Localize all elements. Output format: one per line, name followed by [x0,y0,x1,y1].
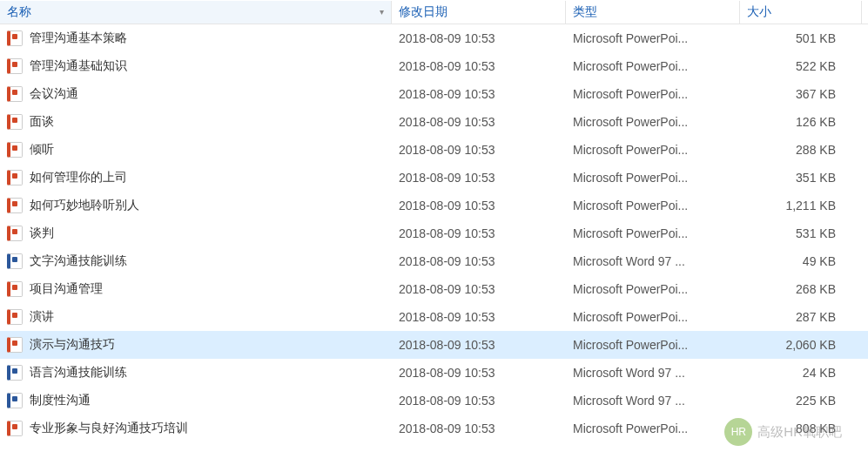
file-size-cell: 808 KB [740,421,862,435]
powerpoint-file-icon [7,226,23,241]
column-header-type[interactable]: 类型 [566,1,740,24]
file-date-cell: 2018-08-09 10:53 [392,226,566,240]
file-row[interactable]: 会议沟通2018-08-09 10:53Microsoft PowerPoi..… [0,80,868,108]
file-type-cell: Microsoft PowerPoi... [566,31,740,45]
file-date-cell: 2018-08-09 10:53 [392,421,566,435]
file-size-cell: 2,060 KB [740,338,862,352]
file-name-label: 管理沟通基础知识 [30,58,127,74]
file-row[interactable]: 如何管理你的上司2018-08-09 10:53Microsoft PowerP… [0,164,868,192]
file-date-cell: 2018-08-09 10:53 [392,254,566,268]
word-file-icon [7,253,23,269]
file-row[interactable]: 管理沟通基础知识2018-08-09 10:53Microsoft PowerP… [0,52,868,80]
powerpoint-file-icon [7,309,23,325]
file-name-label: 语言沟通技能训练 [30,365,127,381]
file-type-cell: Microsoft PowerPoi... [566,115,740,129]
file-date-cell: 2018-08-09 10:53 [392,59,566,73]
column-header-date[interactable]: 修改日期 [392,1,566,24]
powerpoint-file-icon [7,30,23,46]
file-name-label: 演讲 [30,309,54,325]
file-name-cell: 如何管理你的上司 [0,170,392,185]
file-row[interactable]: 演讲2018-08-09 10:53Microsoft PowerPoi...2… [0,303,868,331]
file-type-cell: Microsoft PowerPoi... [566,171,740,185]
file-type-cell: Microsoft PowerPoi... [566,338,740,352]
file-size-cell: 1,211 KB [740,199,862,212]
file-name-label: 演示与沟通技巧 [30,337,115,353]
file-row[interactable]: 如何巧妙地聆听别人2018-08-09 10:53Microsoft Power… [0,192,868,219]
file-date-cell: 2018-08-09 10:53 [392,115,566,129]
powerpoint-file-icon [7,281,23,297]
column-header-name[interactable]: 名称 ▾ [0,1,392,24]
file-name-cell: 文字沟通技能训练 [0,253,392,269]
file-type-cell: Microsoft PowerPoi... [566,59,740,73]
file-size-cell: 268 KB [740,282,862,296]
file-type-cell: Microsoft PowerPoi... [566,199,740,212]
file-row[interactable]: 管理沟通基本策略2018-08-09 10:53Microsoft PowerP… [0,24,868,52]
file-size-cell: 225 KB [740,394,862,408]
file-name-label: 谈判 [30,226,54,241]
file-date-cell: 2018-08-09 10:53 [392,199,566,212]
file-name-cell: 管理沟通基本策略 [0,30,392,46]
file-size-cell: 367 KB [740,87,862,101]
file-row[interactable]: 专业形象与良好沟通技巧培训2018-08-09 10:53Microsoft P… [0,415,868,442]
file-name-label: 项目沟通管理 [30,281,103,297]
file-date-cell: 2018-08-09 10:53 [392,282,566,296]
file-row[interactable]: 制度性沟通2018-08-09 10:53Microsoft Word 97 .… [0,387,868,415]
powerpoint-file-icon [7,142,23,158]
file-date-cell: 2018-08-09 10:53 [392,87,566,101]
file-name-label: 倾听 [30,142,54,158]
file-date-cell: 2018-08-09 10:53 [392,394,566,408]
file-name-label: 制度性沟通 [30,393,91,408]
file-size-cell: 126 KB [740,115,862,129]
file-size-cell: 351 KB [740,171,862,185]
file-name-cell: 管理沟通基础知识 [0,58,392,74]
file-type-cell: Microsoft PowerPoi... [566,282,740,296]
file-name-cell: 项目沟通管理 [0,281,392,297]
powerpoint-file-icon [7,58,23,74]
file-name-cell: 面谈 [0,114,392,130]
file-row[interactable]: 文字沟通技能训练2018-08-09 10:53Microsoft Word 9… [0,247,868,275]
file-date-cell: 2018-08-09 10:53 [392,143,566,157]
column-header-name-label: 名称 [7,4,31,20]
file-row[interactable]: 项目沟通管理2018-08-09 10:53Microsoft PowerPoi… [0,275,868,303]
file-name-label: 面谈 [30,114,54,130]
file-name-label: 管理沟通基本策略 [30,30,127,46]
file-name-cell: 专业形象与良好沟通技巧培训 [0,421,392,436]
file-size-cell: 531 KB [740,226,862,240]
file-list: 管理沟通基本策略2018-08-09 10:53Microsoft PowerP… [0,24,868,442]
file-row[interactable]: 谈判2018-08-09 10:53Microsoft PowerPoi...5… [0,219,868,247]
column-header-type-label: 类型 [573,4,597,20]
file-type-cell: Microsoft PowerPoi... [566,226,740,240]
file-type-cell: Microsoft PowerPoi... [566,310,740,324]
file-row[interactable]: 演示与沟通技巧2018-08-09 10:53Microsoft PowerPo… [0,331,868,359]
file-date-cell: 2018-08-09 10:53 [392,366,566,380]
powerpoint-file-icon [7,337,23,353]
column-header-date-label: 修改日期 [399,4,447,20]
file-size-cell: 522 KB [740,59,862,73]
file-size-cell: 24 KB [740,366,862,380]
file-name-label: 如何巧妙地聆听别人 [30,198,139,213]
file-date-cell: 2018-08-09 10:53 [392,338,566,352]
file-date-cell: 2018-08-09 10:53 [392,310,566,324]
file-date-cell: 2018-08-09 10:53 [392,31,566,45]
file-size-cell: 49 KB [740,254,862,268]
column-header-size-label: 大小 [747,4,771,20]
file-type-cell: Microsoft PowerPoi... [566,421,740,435]
file-row[interactable]: 倾听2018-08-09 10:53Microsoft PowerPoi...2… [0,136,868,164]
file-name-label: 如何管理你的上司 [30,170,127,185]
file-row[interactable]: 语言沟通技能训练2018-08-09 10:53Microsoft Word 9… [0,359,868,387]
word-file-icon [7,365,23,381]
file-size-cell: 288 KB [740,143,862,157]
file-name-label: 文字沟通技能训练 [30,253,127,269]
file-size-cell: 501 KB [740,31,862,45]
file-date-cell: 2018-08-09 10:53 [392,171,566,185]
file-type-cell: Microsoft PowerPoi... [566,143,740,157]
file-name-cell: 倾听 [0,142,392,158]
file-row[interactable]: 面谈2018-08-09 10:53Microsoft PowerPoi...1… [0,108,868,136]
file-name-cell: 如何巧妙地聆听别人 [0,198,392,213]
file-name-cell: 制度性沟通 [0,393,392,408]
powerpoint-file-icon [7,170,23,185]
sort-indicator-icon: ▾ [380,7,384,17]
column-header-size[interactable]: 大小 [740,1,862,24]
file-type-cell: Microsoft Word 97 ... [566,366,740,380]
file-size-cell: 287 KB [740,310,862,324]
